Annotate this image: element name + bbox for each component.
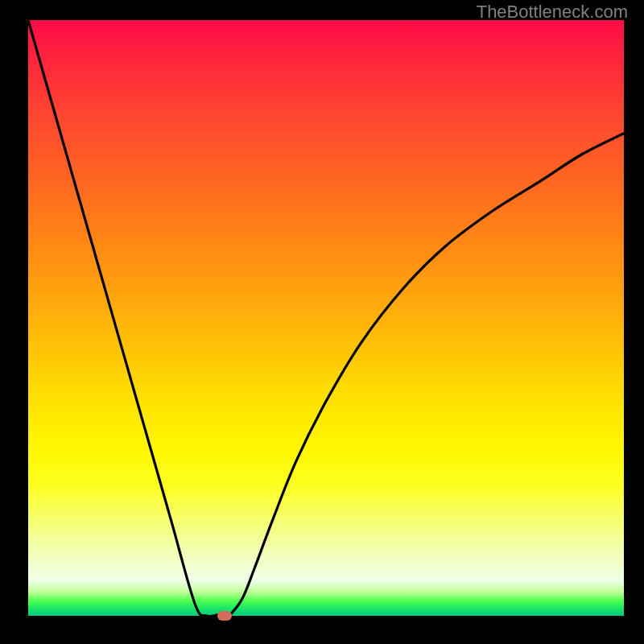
chart-container: TheBottleneck.com: [0, 0, 644, 644]
bottleneck-curve: [28, 20, 624, 616]
plot-area: [28, 20, 624, 616]
optimal-point-marker: [217, 611, 232, 621]
watermark-text: TheBottleneck.com: [477, 2, 628, 23]
